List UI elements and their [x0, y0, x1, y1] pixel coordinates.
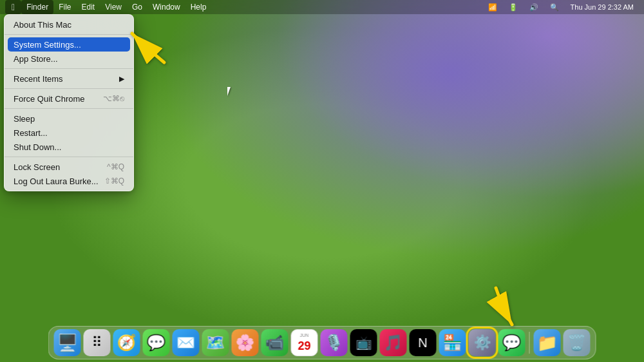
dock-icon-music[interactable]: 🎵: [380, 329, 407, 356]
force-quit-shortcut: ⌥⌘⎋: [103, 94, 124, 103]
wifi-icon[interactable]: 📶: [483, 0, 502, 14]
dock-icon-finder[interactable]: 🖥️: [54, 329, 81, 356]
dock-icon-trash[interactable]: 🗑️: [564, 329, 591, 356]
menu-separator-5: [5, 157, 133, 157]
menu-separator-1: [5, 34, 133, 35]
menu-separator-4: [5, 108, 133, 109]
menu-item-app-store[interactable]: App Store...: [5, 52, 133, 66]
menubar-window[interactable]: Window: [147, 0, 185, 14]
menu-item-shutdown[interactable]: Shut Down...: [5, 140, 133, 154]
menubar-view[interactable]: View: [100, 0, 127, 14]
menu-item-sleep[interactable]: Sleep: [5, 111, 133, 126]
volume-icon[interactable]: 🔊: [524, 0, 544, 14]
dock-icon-mail[interactable]: ✉️: [173, 329, 200, 356]
calendar-day-label: JUN: [300, 333, 309, 338]
apple-menu-dropdown: About This Mac System Settings... App St…: [4, 14, 134, 191]
menubar-edit[interactable]: Edit: [76, 0, 100, 14]
menubar:  Finder File Edit View Go Window Help 📶…: [0, 0, 644, 14]
dock: 🖥️ ⠿ 🧭 💬 ✉️ 🗺️ 🌸 📹 JUN 29 🎙️ 📺 🎵 N 🏪: [48, 326, 596, 359]
mouse-cursor: [227, 87, 235, 99]
menubar-help[interactable]: Help: [185, 0, 212, 14]
menubar-file[interactable]: File: [53, 0, 76, 14]
menu-item-restart[interactable]: Restart...: [5, 126, 133, 140]
menubar-go[interactable]: Go: [127, 0, 147, 14]
menubar-finder[interactable]: Finder: [21, 0, 53, 14]
logout-shortcut: ⇧⌘Q: [104, 176, 124, 186]
menu-item-recent-items[interactable]: Recent Items ▶: [5, 71, 133, 86]
dock-icon-news[interactable]: N: [410, 329, 437, 356]
lock-screen-shortcut: ^⌘Q: [107, 162, 124, 171]
menu-separator-3: [5, 88, 133, 89]
dock-icon-launchpad[interactable]: ⠿: [84, 329, 111, 356]
spotlight-icon[interactable]: 🔍: [545, 0, 564, 14]
datetime[interactable]: Thu Jun 29 2:32 AM: [565, 0, 639, 14]
menu-separator-2: [5, 68, 133, 69]
battery-icon[interactable]: 🔋: [504, 0, 523, 14]
menu-item-logout[interactable]: Log Out Laura Burke... ⇧⌘Q: [5, 174, 133, 188]
dock-icon-facetime[interactable]: 📹: [261, 329, 289, 356]
dock-icon-podcasts[interactable]: 🎙️: [321, 329, 348, 356]
dock-icon-messages[interactable]: 💬: [143, 329, 170, 356]
arrow-annotation-bottom: [486, 285, 525, 330]
dock-icon-system-prefs[interactable]: ⚙️: [469, 329, 496, 356]
arrow-annotation-top: [126, 27, 171, 66]
apple-menu-button[interactable]: : [5, 0, 21, 14]
menu-item-lock-screen[interactable]: Lock Screen ^⌘Q: [5, 160, 133, 174]
menu-item-system-settings[interactable]: System Settings...: [8, 37, 130, 52]
submenu-arrow: ▶: [119, 75, 124, 83]
dock-icon-photos[interactable]: 🌸: [232, 329, 259, 356]
dock-icon-apple-tv[interactable]: 📺: [350, 329, 377, 356]
dock-separator: [529, 332, 530, 354]
dock-icon-whatsapp[interactable]: 💬: [498, 329, 526, 356]
menu-item-about[interactable]: About This Mac: [5, 17, 133, 32]
dock-icon-maps[interactable]: 🗺️: [202, 329, 229, 356]
menu-item-force-quit[interactable]: Force Quit Chrome ⌥⌘⎋: [5, 91, 133, 106]
dock-icon-app-store[interactable]: 🏪: [439, 329, 466, 356]
dock-icon-safari[interactable]: 🧭: [113, 329, 140, 356]
dock-icon-calendar[interactable]: JUN 29: [291, 329, 318, 356]
dock-icon-finder2[interactable]: 📁: [534, 329, 561, 356]
